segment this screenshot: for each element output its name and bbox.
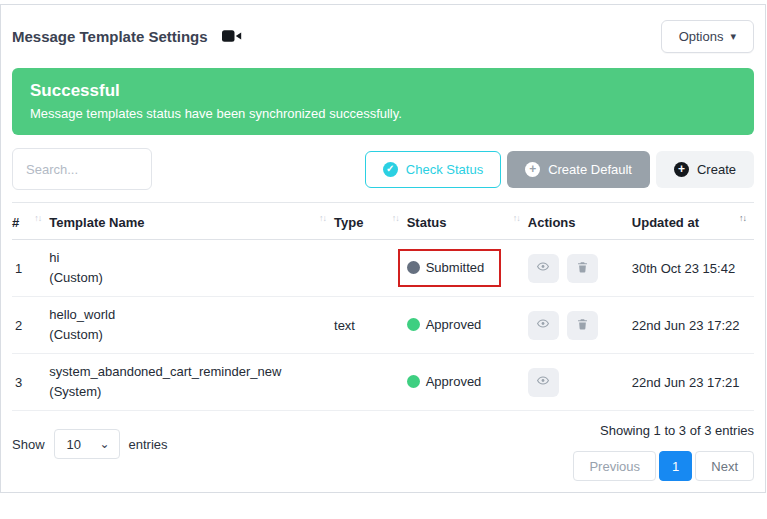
view-button[interactable]	[528, 311, 559, 340]
page-1-button[interactable]: 1	[659, 451, 692, 481]
column-label: Type	[334, 215, 363, 230]
actions-cell	[528, 297, 632, 354]
status-badge: Approved	[407, 374, 482, 389]
column-label: Template Name	[49, 215, 144, 230]
check-status-button[interactable]: ✓ Check Status	[365, 151, 501, 188]
column-header-status[interactable]: Status ↑↓	[407, 203, 528, 240]
status-badge: Submitted	[407, 260, 485, 275]
alert-title: Successful	[30, 81, 736, 101]
eye-icon	[535, 260, 551, 276]
view-button[interactable]	[528, 368, 559, 397]
column-header-actions: Actions	[528, 203, 632, 240]
status-label: Submitted	[426, 260, 485, 275]
column-label: Actions	[528, 215, 576, 230]
row-number: 1	[12, 240, 49, 297]
trash-icon	[576, 260, 589, 277]
eye-icon	[535, 317, 551, 333]
template-name-cell: hello_world (Custom)	[49, 297, 334, 354]
video-camera-icon	[222, 29, 242, 43]
view-button[interactable]	[528, 254, 559, 283]
row-number: 2	[12, 297, 49, 354]
column-label: Updated at	[632, 215, 699, 230]
page-size-value: 10	[67, 437, 81, 452]
page-header: Message Template Settings Options ▾	[12, 17, 754, 55]
status-badge: Approved	[407, 317, 482, 332]
page-title: Message Template Settings	[12, 28, 208, 45]
table-row: 2 hello_world (Custom) text Approved	[12, 297, 754, 354]
template-name: hi	[49, 248, 334, 268]
delete-button[interactable]	[567, 254, 598, 283]
status-label: Approved	[426, 317, 482, 332]
check-circle-icon: ✓	[383, 162, 398, 177]
updated-at: 30th Oct 23 15:42	[632, 240, 754, 297]
eye-icon	[535, 374, 551, 390]
options-button-label: Options	[679, 29, 724, 44]
delete-button[interactable]	[567, 311, 598, 340]
table-toolbar: ✓ Check Status + Create Default + Create	[12, 148, 754, 190]
template-name-cell: system_abandoned_cart_reminder_new (Syst…	[49, 354, 334, 411]
create-default-button[interactable]: + Create Default	[507, 151, 650, 188]
column-header-number[interactable]: # ↑↓	[12, 203, 49, 240]
status-cell: Approved	[407, 297, 528, 354]
message-template-settings-panel: Message Template Settings Options ▾ Succ…	[0, 4, 766, 493]
table-header-row: # ↑↓ Template Name ↑↓ Type ↑↓ Status ↑↓ …	[12, 203, 754, 240]
next-page-button[interactable]: Next	[695, 451, 754, 481]
pagination: Previous 1 Next	[573, 451, 754, 481]
sort-icon: ↑↓	[392, 213, 407, 223]
table-row: 1 hi (Custom) Submitted	[12, 240, 754, 297]
status-label: Approved	[426, 374, 482, 389]
create-button[interactable]: + Create	[656, 151, 754, 188]
template-type: text	[334, 297, 407, 354]
table-footer: Show 10 ⌄ entries Showing 1 to 3 of 3 en…	[12, 421, 754, 481]
column-label: Status	[407, 215, 447, 230]
updated-at: 22nd Jun 23 17:21	[632, 354, 754, 411]
column-header-type[interactable]: Type ↑↓	[334, 203, 407, 240]
template-name: hello_world	[49, 305, 334, 325]
options-button[interactable]: Options ▾	[661, 20, 754, 53]
updated-at: 22nd Jun 23 17:22	[632, 297, 754, 354]
alert-message: Message templates status have been synch…	[30, 106, 736, 121]
status-dot	[407, 375, 420, 388]
status-dot	[407, 318, 420, 331]
status-cell: Approved	[407, 354, 528, 411]
search-input[interactable]	[12, 148, 152, 190]
column-label: #	[12, 215, 19, 230]
template-type	[334, 354, 407, 411]
sort-icon: ↑↓	[319, 213, 334, 223]
plus-circle-icon: +	[525, 162, 540, 177]
plus-circle-icon: +	[674, 162, 689, 177]
page-size-select[interactable]: 10 ⌄	[54, 429, 120, 459]
template-kind: (System)	[49, 382, 334, 402]
show-label: Show	[12, 437, 45, 452]
row-number: 3	[12, 354, 49, 411]
actions-cell	[528, 354, 632, 411]
template-name-cell: hi (Custom)	[49, 240, 334, 297]
trash-icon	[576, 317, 589, 334]
caret-down-icon: ▾	[730, 31, 736, 42]
column-header-updated-at[interactable]: Updated at ↑↓	[632, 203, 754, 240]
template-type	[334, 240, 407, 297]
sort-icon: ↑↓	[513, 213, 528, 223]
column-header-template-name[interactable]: Template Name ↑↓	[49, 203, 334, 240]
sort-icon: ↑↓	[34, 213, 49, 223]
sort-icon: ↑↓	[739, 213, 754, 223]
template-kind: (Custom)	[49, 325, 334, 345]
status-cell: Submitted	[407, 240, 528, 297]
actions-cell	[528, 240, 632, 297]
entries-label: entries	[129, 437, 168, 452]
success-alert: Successful Message templates status have…	[12, 68, 754, 135]
chevron-down-icon: ⌄	[99, 442, 109, 447]
status-dot	[407, 261, 420, 274]
template-name: system_abandoned_cart_reminder_new	[49, 362, 334, 382]
create-label: Create	[697, 162, 736, 177]
table-row: 3 system_abandoned_cart_reminder_new (Sy…	[12, 354, 754, 411]
create-default-label: Create Default	[548, 162, 632, 177]
check-status-label: Check Status	[406, 162, 483, 177]
templates-table: # ↑↓ Template Name ↑↓ Type ↑↓ Status ↑↓ …	[12, 202, 754, 411]
template-kind: (Custom)	[49, 268, 334, 288]
showing-entries-text: Showing 1 to 3 of 3 entries	[573, 423, 754, 438]
previous-page-button[interactable]: Previous	[573, 451, 656, 481]
